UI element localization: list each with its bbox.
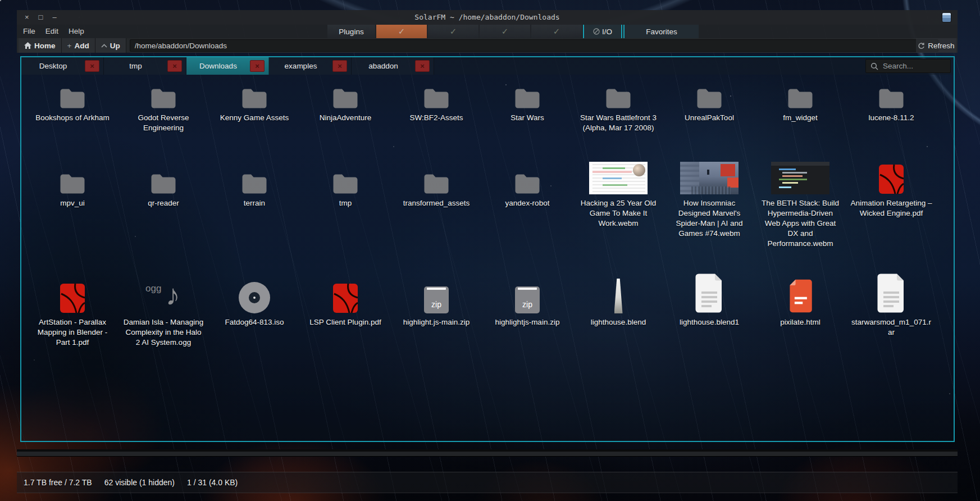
file-icon-box: zip (515, 266, 540, 313)
audio-file-icon: ogg♪ (145, 283, 181, 313)
file-item[interactable]: LSP Client Plugin.pdf (300, 266, 391, 395)
file-item[interactable]: Godot Reverse Engineering (118, 75, 209, 161)
menu-items: FileEditHelp (17, 25, 89, 38)
tab-examples[interactable]: examples × (269, 57, 352, 75)
file-item[interactable]: terrain (209, 161, 300, 266)
folder-icon (605, 88, 631, 109)
menu-item-help[interactable]: Help (63, 25, 89, 38)
search-input[interactable] (882, 61, 950, 71)
file-icon-box (605, 75, 631, 109)
file-label: starwarsmod_m1_071.rar (850, 317, 932, 338)
maximize-icon[interactable]: □ (39, 10, 43, 25)
add-tab-button[interactable]: + Add (62, 38, 95, 53)
folder-icon (878, 88, 904, 109)
menu-item-edit[interactable]: Edit (40, 25, 63, 38)
file-label: lucene-8.11.2 (869, 113, 914, 123)
visible-count-status: 62 visible (1 hidden) (104, 478, 175, 487)
tab-desktop[interactable]: Desktop × (21, 57, 104, 75)
file-item[interactable]: SW:BF2-Assets (391, 75, 482, 161)
plugin-check-button-1[interactable]: ✓ (376, 25, 427, 38)
file-item[interactable]: ogg♪ Damian Isla - Managing Complexity i… (118, 266, 209, 395)
file-label: SW:BF2-Assets (409, 113, 463, 123)
file-item[interactable]: How Insomniac Designed Marvel's Spider-M… (664, 161, 755, 266)
tab-downloads[interactable]: Downloads × (186, 57, 269, 75)
video-thumbnail (589, 162, 648, 194)
titlebar[interactable]: × □ – SolarFM ~ /home/abaddon/Downloads (17, 10, 958, 25)
file-item[interactable]: Star Wars Battlefront 3 (Alpha, Mar 17 2… (573, 75, 664, 161)
plugin-check-button-3[interactable]: ✓ (480, 25, 530, 38)
file-item[interactable]: Animation Retargeting – Wicked Engine.pd… (846, 161, 937, 266)
folder-icon (241, 173, 267, 194)
file-item[interactable]: lighthouse.blend (573, 266, 664, 395)
tab-close-button[interactable]: × (250, 60, 265, 72)
file-item[interactable]: fm_widget (755, 75, 846, 161)
home-button[interactable]: Home (19, 38, 62, 53)
io-label: I/O (602, 28, 612, 36)
folder-icon (696, 88, 722, 109)
file-icon-box (332, 75, 358, 109)
pane-divider[interactable] (17, 449, 958, 457)
file-item[interactable]: ArtStation - Parallax Mapping in Blender… (27, 266, 118, 395)
file-item[interactable]: tmp (300, 161, 391, 266)
tab-label: Downloads (186, 62, 250, 70)
clipboard-icon[interactable] (942, 13, 951, 22)
file-label: mpv_ui (60, 198, 85, 208)
file-item[interactable]: qr-reader (118, 161, 209, 266)
desktop: × □ – SolarFM ~ /home/abaddon/Downloads … (0, 0, 980, 501)
file-item[interactable]: zip highlightjs-main.zip (482, 266, 573, 395)
file-item[interactable]: lighthouse.blend1 (664, 266, 755, 395)
file-item[interactable]: Bookshops of Arkham (27, 75, 118, 161)
add-icon: + (67, 42, 72, 50)
html-file-icon (788, 279, 813, 313)
tab-abaddon[interactable]: abaddon × (352, 57, 434, 75)
folder-icon (423, 173, 449, 194)
folder-icon (60, 88, 85, 109)
file-item[interactable]: transformed_assets (391, 161, 482, 266)
document-icon (877, 273, 906, 313)
file-item[interactable]: Star Wars (482, 75, 573, 161)
file-icon-box (239, 266, 270, 313)
file-item[interactable]: starwarsmod_m1_071.rar (846, 266, 937, 395)
tab-close-button[interactable]: × (167, 60, 182, 72)
path-input[interactable] (130, 39, 938, 52)
file-icon-box (589, 161, 648, 194)
tab-tmp[interactable]: tmp × (104, 57, 186, 75)
check-icon: ✓ (502, 26, 509, 37)
search-box (865, 59, 951, 73)
favorites-button[interactable]: Favorites (623, 25, 699, 38)
minimize-icon[interactable]: – (52, 10, 56, 25)
io-button[interactable]: I/O (583, 25, 622, 38)
file-item[interactable]: lucene-8.11.2 (846, 75, 937, 161)
file-label: Animation Retargeting – Wicked Engine.pd… (850, 198, 932, 218)
file-label: NinjaAdventure (320, 113, 371, 123)
up-button[interactable]: Up (95, 38, 126, 53)
file-item[interactable]: The BETH Stack: Build Hypermedia-Driven … (755, 161, 846, 266)
file-item[interactable]: NinjaAdventure (300, 75, 391, 161)
zip-archive-icon: zip (515, 286, 540, 313)
blend-thumbnail (614, 279, 623, 313)
plugin-check-button-4[interactable]: ✓ (531, 25, 582, 38)
close-icon[interactable]: × (25, 10, 29, 25)
tab-close-button[interactable]: × (85, 60, 99, 72)
file-item[interactable]: UnrealPakTool (664, 75, 755, 161)
refresh-button[interactable]: Refresh (916, 38, 956, 53)
file-label: ArtStation - Parallax Mapping in Blender… (31, 317, 113, 348)
file-icon-box (878, 75, 904, 109)
menu-item-file[interactable]: File (18, 25, 40, 38)
tab-close-button[interactable]: × (415, 60, 430, 72)
plugin-check-button-2[interactable]: ✓ (428, 25, 478, 38)
file-label: lighthouse.blend (591, 317, 646, 327)
plugins-button[interactable]: Plugins (327, 25, 375, 38)
tab-close-button[interactable]: × (332, 60, 347, 72)
file-label: highlightjs-main.zip (495, 317, 560, 327)
file-item[interactable]: Fatdog64-813.iso (209, 266, 300, 395)
file-item[interactable]: mpv_ui (27, 161, 118, 266)
file-item[interactable]: Kenny Game Assets (209, 75, 300, 161)
pdf-icon (60, 283, 85, 313)
file-item[interactable]: zip highlight.js-main.zip (391, 266, 482, 395)
file-label: Star Wars Battlefront 3 (Alpha, Mar 17 2… (577, 113, 659, 133)
selection-status: 1 / 31 (4.0 KB) (187, 478, 238, 487)
file-item[interactable]: yandex-robot (482, 161, 573, 266)
file-item[interactable]: Hacking a 25 Year Old Game To Make It Wo… (573, 161, 664, 266)
file-item[interactable]: pixilate.html (755, 266, 846, 395)
